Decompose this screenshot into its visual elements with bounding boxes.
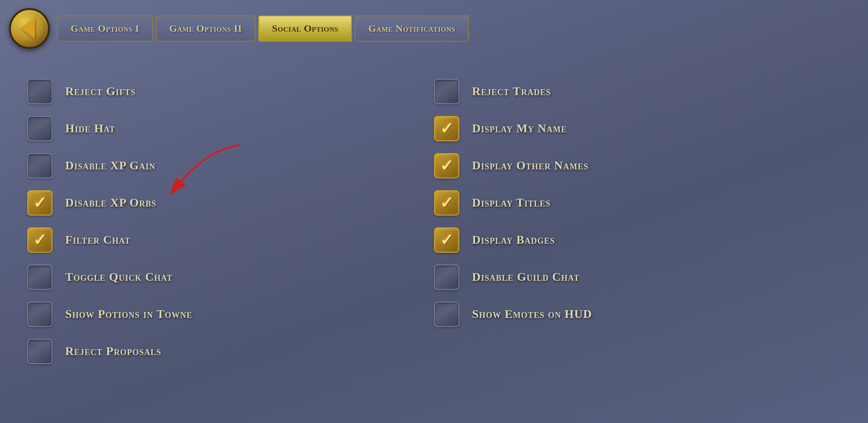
tab-social-options[interactable]: Social Options (258, 15, 352, 42)
option-row-display-badges: Display Badges (434, 224, 841, 256)
label-hide-hat: Hide Hat (65, 122, 116, 135)
label-reject-proposals: Reject Proposals (65, 345, 161, 358)
option-row-toggle-quick-chat: Toggle Quick Chat (27, 261, 434, 293)
option-row-show-potions-in-towne: Show Potions in Towne (27, 298, 434, 331)
checkbox-display-badges[interactable] (434, 227, 459, 253)
label-show-potions-in-towne: Show Potions in Towne (65, 308, 193, 321)
checkbox-disable-guild-chat[interactable] (434, 264, 459, 290)
label-display-my-name: Display My Name (472, 122, 567, 135)
checkbox-hide-hat[interactable] (27, 116, 53, 141)
main-content: Reject GiftsHide HatDisable XP GainDisab… (0, 57, 868, 386)
label-display-badges: Display Badges (472, 233, 555, 247)
option-row-display-titles: Display Titles (434, 187, 841, 219)
option-row-reject-gifts: Reject Gifts (27, 75, 434, 108)
option-row-disable-xp-gain: Disable XP Gain (27, 149, 434, 182)
label-display-other-names: Display Other Names (472, 159, 588, 173)
option-row-reject-trades: Reject Trades (434, 75, 841, 108)
label-disable-xp-orbs: Disable XP Orbs (65, 196, 156, 210)
tab-game-notifications[interactable]: Game Notifications (355, 15, 469, 42)
option-row-reject-proposals: Reject Proposals (27, 335, 434, 368)
option-row-hide-hat: Hide Hat (27, 112, 434, 145)
option-row-display-other-names: Display Other Names (434, 149, 841, 182)
label-reject-trades: Reject Trades (472, 85, 551, 98)
checkbox-filter-chat[interactable] (27, 227, 53, 253)
label-toggle-quick-chat: Toggle Quick Chat (65, 270, 173, 284)
option-row-filter-chat: Filter Chat (27, 224, 434, 256)
label-reject-gifts: Reject Gifts (65, 85, 136, 98)
tab-game-options-2[interactable]: Game Options II (156, 15, 256, 42)
option-row-disable-xp-orbs: Disable XP Orbs (27, 187, 434, 219)
label-filter-chat: Filter Chat (65, 233, 130, 247)
checkbox-reject-gifts[interactable] (27, 79, 53, 104)
back-arrow-icon (20, 19, 35, 38)
checkbox-show-potions-in-towne[interactable] (27, 302, 53, 327)
option-row-display-my-name: Display My Name (434, 112, 841, 145)
right-column: Reject TradesDisplay My NameDisplay Othe… (434, 75, 841, 368)
tab-bar: Game Options IGame Options IISocial Opti… (57, 15, 469, 42)
checkbox-toggle-quick-chat[interactable] (27, 264, 53, 290)
option-row-show-emotes-on-hud: Show Emotes on HUD (434, 298, 841, 331)
header: Game Options IGame Options IISocial Opti… (0, 0, 868, 57)
back-button[interactable] (9, 8, 50, 49)
checkbox-display-titles[interactable] (434, 190, 459, 216)
left-column: Reject GiftsHide HatDisable XP GainDisab… (27, 75, 434, 368)
checkbox-display-my-name[interactable] (434, 116, 459, 141)
checkbox-disable-xp-orbs[interactable] (27, 190, 53, 216)
label-show-emotes-on-hud: Show Emotes on HUD (472, 308, 592, 321)
label-disable-xp-gain: Disable XP Gain (65, 159, 155, 173)
checkbox-show-emotes-on-hud[interactable] (434, 302, 459, 327)
checkbox-reject-trades[interactable] (434, 79, 459, 104)
label-disable-guild-chat: Disable Guild Chat (472, 270, 580, 284)
tab-game-options-1[interactable]: Game Options I (57, 15, 153, 42)
checkbox-reject-proposals[interactable] (27, 339, 53, 364)
checkbox-disable-xp-gain[interactable] (27, 153, 53, 178)
option-row-disable-guild-chat: Disable Guild Chat (434, 261, 841, 293)
checkbox-display-other-names[interactable] (434, 153, 459, 178)
label-display-titles: Display Titles (472, 196, 551, 210)
